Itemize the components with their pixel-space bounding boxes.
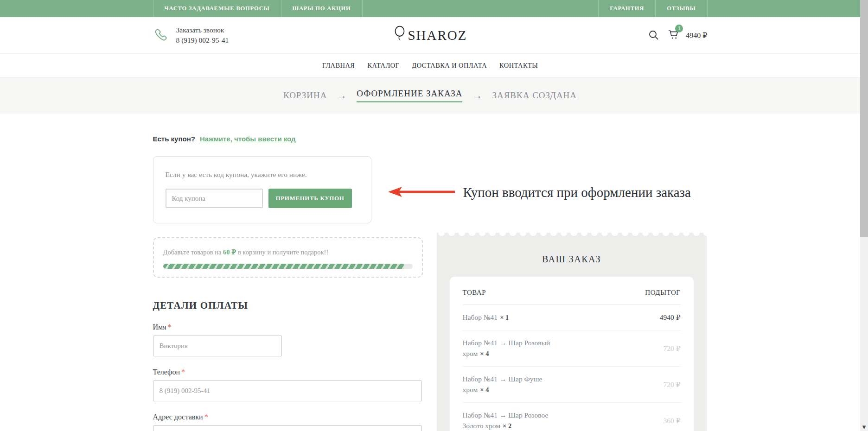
item-name: Набор №41: [463, 313, 498, 321]
cart-total: 4940 ₽: [686, 31, 707, 40]
main-content: Есть купон? Нажмите, чтобы ввести код Ес…: [0, 114, 860, 431]
callback-label[interactable]: Заказать звонок: [176, 25, 229, 35]
nav-link-home[interactable]: ГЛАВНАЯ: [322, 62, 355, 70]
red-arrow-left-icon: [387, 186, 457, 200]
topbar-item-reviews[interactable]: ОТЗЫВЫ: [655, 0, 707, 17]
order-summary-receipt: ВАШ ЗАКАЗ ТОВАР ПОДЫТОГ Набор №41× 1 494…: [437, 233, 707, 431]
breadcrumb-arrow-icon: →: [337, 90, 346, 101]
name-field-group: Имя*: [153, 323, 423, 356]
apply-coupon-button[interactable]: ПРИМЕНИТЬ КУПОН: [268, 189, 352, 208]
item-price: 720 ₽: [664, 380, 681, 389]
breadcrumb-order-created: ЗАЯВКА СОЗДАНА: [492, 90, 577, 101]
scrollbar-thumb[interactable]: [860, 0, 868, 237]
phone-icon: [153, 26, 170, 44]
coupon-toggle-link[interactable]: Нажмите, чтобы ввести код: [200, 135, 296, 143]
item-name: Набор №41 → Шар Фуше хром: [463, 375, 542, 393]
breadcrumb-arrow-icon: →: [472, 90, 482, 101]
coupon-code-input[interactable]: [166, 189, 263, 208]
order-col-subtotal: ПОДЫТОГ: [645, 289, 680, 297]
phone-input[interactable]: [153, 380, 422, 401]
item-qty: × 4: [480, 386, 489, 393]
address-field-group: Адрес доставки*: [153, 413, 423, 431]
phone-field-label: Телефон: [153, 368, 180, 376]
address-field-label: Адрес доставки: [153, 413, 203, 421]
required-asterisk: *: [181, 368, 185, 376]
breadcrumb-checkout-current[interactable]: ОФОРМЛЕНИЕ ЗАКАЗА: [357, 89, 462, 102]
search-icon[interactable]: [648, 30, 659, 41]
gift-text-before: Добавьте товаров на: [163, 248, 223, 256]
breadcrumb: КОРЗИНА → ОФОРМЛЕНИЕ ЗАКАЗА → ЗАЯВКА СОЗ…: [0, 77, 860, 114]
topbar-item-faq[interactable]: ЧАСТО ЗАДАВАЕМЫЕ ВОПРОСЫ: [153, 0, 281, 17]
gift-progress-track: [163, 264, 413, 269]
checkout-page: ЧАСТО ЗАДАВАЕМЫЕ ВОПРОСЫ ШАРЫ ПО АКЦИИ Г…: [0, 0, 860, 431]
item-qty: × 2: [503, 422, 511, 430]
address-input[interactable]: [153, 425, 422, 431]
item-qty: × 4: [480, 350, 489, 357]
billing-details-title: ДЕТАЛИ ОПЛАТЫ: [153, 300, 423, 311]
order-col-product: ТОВАР: [463, 289, 486, 297]
coupon-form-box: Если у вас есть код купона, укажите его …: [153, 156, 371, 223]
order-row: Набор №41× 1 4940 ₽: [463, 305, 681, 330]
order-row: Набор №41 → Шар Розовый хром× 4 720 ₽: [463, 330, 681, 367]
callback-block[interactable]: Заказать звонок 8 (919) 002-95-41: [153, 25, 329, 46]
required-asterisk: *: [168, 323, 172, 331]
topbar-item-sale-balloons[interactable]: ШАРЫ ПО АКЦИИ: [281, 0, 363, 17]
order-row: Набор №41 → Шар Розовое Золото хром× 2 3…: [463, 403, 681, 431]
topbar-item-warranty[interactable]: ГАРАНТИЯ: [598, 0, 655, 17]
cart-button[interactable]: 1 4940 ₽: [668, 28, 707, 42]
name-field-label: Имя: [153, 323, 166, 331]
cart-count-badge: 1: [675, 25, 683, 32]
gift-text-after: в корзину и получите подарок!!: [236, 248, 328, 256]
header-phone-number[interactable]: 8 (919) 002-95-41: [176, 35, 229, 45]
logo-text: SHAROZ: [408, 28, 467, 43]
vertical-scrollbar[interactable]: ▼: [860, 0, 868, 431]
order-card: ТОВАР ПОДЫТОГ Набор №41× 1 4940 ₽ Набор …: [450, 277, 694, 431]
nav-link-delivery[interactable]: ДОСТАВКА И ОПЛАТА: [412, 62, 487, 70]
required-asterisk: *: [204, 413, 208, 421]
annotation-text: Купон вводится при оформлении заказа: [463, 185, 691, 200]
top-utility-bar: ЧАСТО ЗАДАВАЕМЫЕ ВОПРОСЫ ШАРЫ ПО АКЦИИ Г…: [0, 0, 860, 17]
name-input[interactable]: [153, 336, 282, 356]
item-price: 4940 ₽: [660, 313, 681, 322]
nav-link-catalog[interactable]: КАТАЛОГ: [367, 62, 399, 70]
gift-amount: 60 ₽: [223, 248, 236, 256]
order-title: ВАШ ЗАКАЗ: [437, 238, 707, 265]
order-row: Набор №41 → Шар Фуше хром× 4 720 ₽: [463, 367, 681, 403]
topbar-right-group: ГАРАНТИЯ ОТЗЫВЫ: [598, 0, 707, 17]
item-price: 720 ₽: [664, 344, 681, 353]
site-header: Заказать звонок 8 (919) 002-95-41 SHAROZ: [0, 17, 860, 53]
item-qty: × 1: [500, 314, 509, 321]
coupon-hint-text: Если у вас есть код купона, укажите его …: [166, 171, 359, 179]
item-price: 360 ₽: [664, 417, 681, 425]
coupon-question-label: Есть купон?: [153, 135, 195, 143]
gift-progress-fill: [163, 264, 405, 269]
logo[interactable]: SHAROZ: [329, 25, 531, 45]
coupon-annotation: Купон вводится при оформлении заказа: [387, 185, 691, 200]
main-nav: ГЛАВНАЯ КАТАЛОГ ДОСТАВКА И ОПЛАТА КОНТАК…: [0, 53, 860, 77]
breadcrumb-cart[interactable]: КОРЗИНА: [283, 90, 327, 101]
item-name: Набор №41 → Шар Розовый хром: [463, 339, 550, 357]
topbar-left-group: ЧАСТО ЗАДАВАЕМЫЕ ВОПРОСЫ ШАРЫ ПО АКЦИИ: [153, 0, 363, 17]
balloon-logo-icon: [393, 25, 407, 45]
phone-field-group: Телефон*: [153, 368, 423, 401]
receipt-scallop-edge: [437, 233, 707, 238]
scrollbar-down-arrow-icon[interactable]: ▼: [860, 425, 868, 430]
gift-progress-banner: Добавьте товаров на 60 ₽ в корзину и пол…: [153, 237, 423, 278]
nav-link-contacts[interactable]: КОНТАКТЫ: [499, 62, 538, 70]
